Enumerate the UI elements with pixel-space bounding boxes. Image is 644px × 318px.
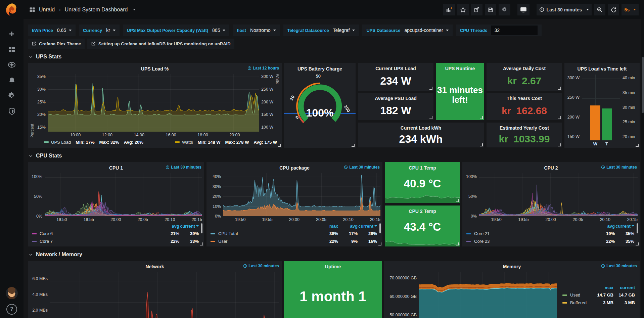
legend-scrollbar[interactable] <box>201 223 202 233</box>
series-name[interactable]: User <box>218 239 319 244</box>
series-color-swatch[interactable] <box>466 233 471 234</box>
bar-watts[interactable] <box>590 105 600 140</box>
link-ups-monitoring-guide[interactable]: Setting up Grafana and InfluxDB for UPS … <box>87 39 234 49</box>
panel-title[interactable]: Current Load kWh <box>401 125 441 131</box>
variable-value[interactable]: Nostromo <box>250 28 271 33</box>
variable-value[interactable]: 0.65 <box>57 28 66 33</box>
series-color-swatch[interactable] <box>175 141 180 143</box>
scrollbar-thumb[interactable] <box>642 57 644 113</box>
link-grafana-plex-theme[interactable]: Grafana Plex Theme <box>28 39 85 49</box>
time-range-badge[interactable]: Last 30 minutes <box>344 165 380 170</box>
dashboards-icon[interactable] <box>5 43 19 56</box>
time-range-badge[interactable]: Last 30 minutes <box>601 165 637 170</box>
legend-column-avg[interactable]: avg <box>595 224 615 229</box>
series-name[interactable]: Watts <box>182 140 193 145</box>
time-range-picker[interactable]: Last 30 minutes <box>537 4 592 15</box>
bar-time-left[interactable] <box>602 108 612 140</box>
section-network-memory[interactable]: Network / Memory <box>29 252 640 258</box>
time-range-badge[interactable]: Last 30 minutes <box>243 264 279 268</box>
panel-title[interactable]: CPU 1 <box>109 165 123 171</box>
variable-value[interactable]: kr <box>106 28 110 33</box>
legend-column-avg[interactable]: avg <box>338 224 358 229</box>
refresh-button[interactable] <box>608 4 619 15</box>
dashboard-title[interactable]: Unraid System Dashboard <box>65 7 128 13</box>
add-panel-button[interactable] <box>443 4 455 15</box>
series-color-swatch[interactable] <box>211 241 215 242</box>
series-color-swatch[interactable] <box>562 294 567 296</box>
help-icon[interactable]: ? <box>6 304 17 315</box>
panel-title[interactable]: UPS Battery Charge <box>297 66 342 72</box>
panel-title[interactable]: Average PSU Load <box>375 96 417 101</box>
series-name[interactable]: Used <box>570 292 592 298</box>
variable-value[interactable]: Telegraf <box>333 28 350 33</box>
panel-title[interactable]: Estimated Yearly Cost <box>500 125 549 131</box>
user-avatar[interactable] <box>6 287 18 299</box>
panel-title[interactable]: CPU 2 Temp <box>409 209 436 214</box>
create-icon[interactable] <box>5 27 19 41</box>
legend-scrollbar[interactable] <box>379 223 381 233</box>
series-name[interactable]: Core 6 <box>40 231 160 236</box>
grafana-logo[interactable] <box>5 3 19 17</box>
memory-chart[interactable] <box>419 272 557 318</box>
series-color-swatch[interactable] <box>562 302 567 304</box>
server-admin-shield-icon[interactable] <box>5 104 19 118</box>
series-color-swatch[interactable] <box>211 233 215 234</box>
configuration-gear-icon[interactable] <box>5 89 19 102</box>
variable-cpu-threads[interactable]: CPU Threads <box>456 25 542 36</box>
cpu1-chart[interactable] <box>45 173 202 216</box>
ups-load-chart[interactable] <box>48 74 259 132</box>
variable-value[interactable]: 865 <box>212 28 220 33</box>
legend-column-current[interactable]: current <box>358 224 377 229</box>
variable-telegraf-datasource[interactable]: Telegraf Datasource Telegraf <box>283 25 359 36</box>
explore-icon[interactable] <box>5 58 19 72</box>
variable-currency[interactable]: Currency kr <box>79 25 120 36</box>
save-button[interactable] <box>485 4 496 15</box>
legend-column-avg[interactable]: avg <box>160 224 179 229</box>
series-name[interactable]: Buffered <box>570 300 592 305</box>
series-name[interactable]: CPU Total <box>218 231 319 236</box>
series-color-swatch[interactable] <box>466 241 471 242</box>
load-vs-time-chart[interactable] <box>582 75 620 140</box>
panel-title[interactable]: CPU package <box>279 165 309 171</box>
star-button[interactable] <box>457 4 469 15</box>
page-scrollbar[interactable] <box>641 19 644 318</box>
panel-title[interactable]: CPU 1 Temp <box>409 165 436 171</box>
legend-column-current[interactable]: current <box>615 224 634 229</box>
zoom-out-button[interactable] <box>594 4 605 15</box>
time-range-badge[interactable]: Last 30 minutes <box>601 264 637 268</box>
settings-gear-button[interactable] <box>499 4 510 15</box>
network-chart[interactable] <box>50 272 279 318</box>
legend-scrollbar[interactable] <box>637 223 638 233</box>
time-range-badge[interactable]: Last 12 hours <box>247 66 279 71</box>
kiosk-tv-button[interactable] <box>517 4 530 15</box>
panel-title[interactable]: Average Daily Cost <box>503 66 546 71</box>
section-ups-stats[interactable]: UPS Stats <box>29 54 640 60</box>
cpu-package-chart[interactable] <box>223 173 380 216</box>
dashboard-title-caret-icon[interactable] <box>133 9 136 10</box>
panel-title[interactable]: Network <box>145 264 164 269</box>
time-range-badge[interactable]: Last 30 minutes <box>166 165 201 170</box>
breadcrumb-folder[interactable]: Unraid <box>39 7 55 13</box>
series-name[interactable]: UPS Load <box>51 140 71 145</box>
alerting-bell-icon[interactable] <box>5 74 19 87</box>
panel-title[interactable]: UPS Load vs Time left <box>578 66 627 72</box>
series-name[interactable]: Core 7 <box>40 239 160 244</box>
variable-ups-max-output[interactable]: UPS Max Output Power Capacity (Watt) 865 <box>123 25 230 36</box>
variable-ups-datasource[interactable]: UPS Datasource apcupsd-container <box>362 25 452 36</box>
variable-host[interactable]: host Nostromo <box>233 25 280 36</box>
series-color-swatch[interactable] <box>32 233 37 234</box>
panel-title[interactable]: Memory <box>503 264 521 269</box>
legend-column-max[interactable]: max <box>592 285 613 290</box>
legend-column-max[interactable]: max <box>319 224 338 229</box>
section-cpu-stats[interactable]: CPU Stats <box>29 153 640 159</box>
panel-title[interactable]: UPS Load % <box>141 66 169 72</box>
panel-title[interactable]: Current UPS Load <box>375 66 416 71</box>
refresh-interval-picker[interactable]: 5s <box>622 4 639 15</box>
series-color-swatch[interactable] <box>32 241 37 242</box>
panel-title[interactable]: CPU 2 <box>544 165 558 171</box>
series-name[interactable]: Core 21 <box>474 231 595 236</box>
cpu2-chart[interactable] <box>479 173 638 216</box>
variable-kwh-price[interactable]: kWh Price 0.65 <box>28 25 76 36</box>
series-color-swatch[interactable] <box>44 141 49 143</box>
share-button[interactable] <box>471 4 482 15</box>
